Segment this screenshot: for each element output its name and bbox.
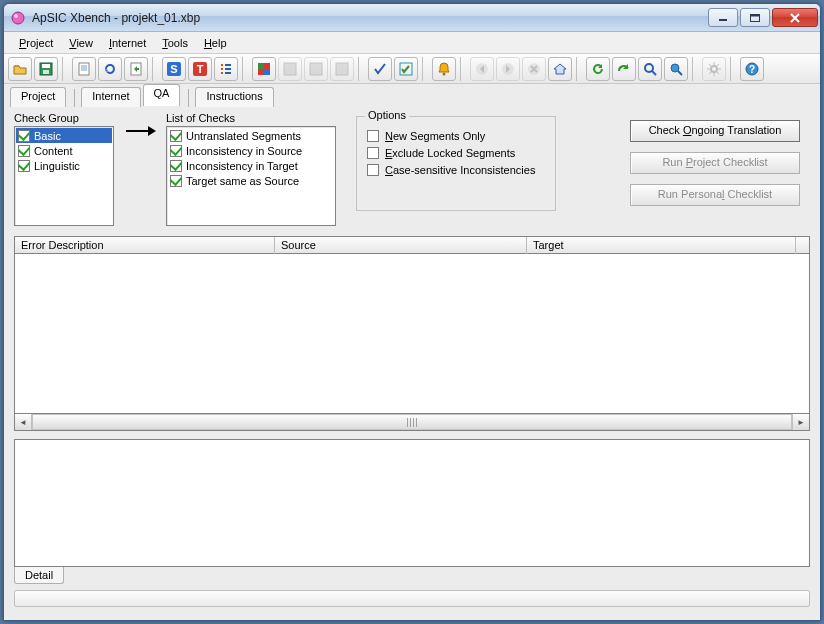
checkbox-icon[interactable] [18, 145, 30, 157]
svg-point-27 [711, 66, 717, 72]
detail-panel[interactable] [14, 439, 810, 567]
s-box-icon[interactable]: S [162, 57, 186, 81]
check-ongoing-button[interactable]: Check Ongoing Translation [630, 120, 800, 142]
svg-text:S: S [170, 63, 177, 75]
maximize-button[interactable] [740, 8, 770, 27]
column-source[interactable]: Source [275, 237, 527, 254]
horizontal-scrollbar[interactable]: ◄ ► [14, 414, 810, 431]
color-box-icon[interactable] [252, 57, 276, 81]
results-table: Error Description Source Target ◄ ► [14, 236, 810, 431]
svg-point-0 [12, 12, 24, 24]
minimize-button[interactable] [708, 8, 738, 27]
list-of-checks-list[interactable]: Untranslated Segments Inconsistency in S… [166, 126, 336, 226]
reload-green-icon[interactable] [586, 57, 610, 81]
doc-icon[interactable] [72, 57, 96, 81]
svg-rect-15 [258, 63, 264, 69]
gray-box-2-icon[interactable] [304, 57, 328, 81]
scroll-thumb[interactable] [32, 414, 792, 430]
check-group-list[interactable]: Basic Content Linguistic [14, 126, 114, 226]
checkbox-icon[interactable] [367, 164, 379, 176]
tab-internet[interactable]: Internet [81, 87, 140, 107]
tab-qa[interactable]: QA [143, 84, 181, 106]
tab-instructions[interactable]: Instructions [195, 87, 273, 107]
gray-box-3-icon[interactable] [330, 57, 354, 81]
table-header: Error Description Source Target [14, 236, 810, 254]
gray-box-1-icon[interactable] [278, 57, 302, 81]
check-icon[interactable] [368, 57, 392, 81]
doc-arrow-icon[interactable] [124, 57, 148, 81]
checkbox-icon[interactable] [170, 145, 182, 157]
svg-text:T: T [197, 63, 204, 75]
column-error-description[interactable]: Error Description [15, 237, 275, 254]
svg-rect-16 [264, 69, 270, 75]
arrow-icon [126, 130, 154, 132]
check-group-item-content[interactable]: Content [16, 143, 112, 158]
menu-project[interactable]: Project [12, 35, 60, 51]
t-box-icon[interactable]: T [188, 57, 212, 81]
checkbox-icon[interactable] [18, 130, 30, 142]
column-end [795, 237, 809, 254]
action-buttons: Check Ongoing Translation Run Project Ch… [630, 120, 800, 206]
check-item[interactable]: Inconsistency in Source [168, 143, 334, 158]
close-button[interactable] [772, 8, 818, 27]
titlebar: ApSIC Xbench - projekt_01.xbp [4, 4, 820, 32]
svg-rect-18 [310, 63, 322, 75]
run-personal-checklist-button[interactable]: Run Personal Checklist [630, 184, 800, 206]
svg-point-26 [671, 64, 679, 72]
check-item[interactable]: Untranslated Segments [168, 128, 334, 143]
svg-rect-6 [42, 64, 50, 68]
check-group-item-basic[interactable]: Basic [16, 128, 112, 143]
back-icon[interactable] [470, 57, 494, 81]
checkbox-icon[interactable] [367, 130, 379, 142]
tab-detail[interactable]: Detail [14, 567, 64, 584]
table-body[interactable] [14, 254, 810, 414]
checkbox-icon[interactable] [170, 175, 182, 187]
scroll-right-button[interactable]: ► [792, 414, 809, 430]
gear-icon[interactable] [702, 57, 726, 81]
refresh-icon[interactable] [98, 57, 122, 81]
scroll-left-button[interactable]: ◄ [15, 414, 32, 430]
checklist-icon[interactable] [394, 57, 418, 81]
checkbox-icon[interactable] [367, 147, 379, 159]
zoom-icon[interactable] [638, 57, 662, 81]
option-exclude-locked[interactable]: Exclude Locked Segments [367, 144, 545, 161]
menu-view[interactable]: View [62, 35, 100, 51]
zoom-world-icon[interactable] [664, 57, 688, 81]
svg-rect-2 [719, 19, 727, 21]
column-target[interactable]: Target [527, 237, 795, 254]
options-group: Options New Segments Only Exclude Locked… [356, 116, 556, 211]
option-case-sensitive[interactable]: Case-sensitive Inconsistencies [367, 161, 545, 178]
checkbox-icon[interactable] [170, 130, 182, 142]
list-of-checks-label: List of Checks [166, 112, 336, 124]
list-icon[interactable] [214, 57, 238, 81]
toolbar: S T ? [4, 54, 820, 84]
scroll-track[interactable] [32, 414, 792, 430]
svg-rect-4 [751, 14, 760, 16]
menubar: Project View Internet Tools Help [4, 32, 820, 54]
open-icon[interactable] [8, 57, 32, 81]
home-icon[interactable] [548, 57, 572, 81]
svg-rect-8 [79, 63, 89, 75]
check-item[interactable]: Inconsistency in Target [168, 158, 334, 173]
menu-internet[interactable]: Internet [102, 35, 153, 51]
check-group-column: Check Group Basic Content Linguistic [14, 112, 114, 226]
main-tabs: Project Internet QA Instructions [4, 84, 820, 106]
checkbox-icon[interactable] [170, 160, 182, 172]
svg-point-1 [14, 14, 18, 18]
check-item[interactable]: Target same as Source [168, 173, 334, 188]
menu-tools[interactable]: Tools [155, 35, 195, 51]
svg-point-21 [443, 72, 446, 75]
forward-icon[interactable] [496, 57, 520, 81]
cancel-icon[interactable] [522, 57, 546, 81]
run-project-checklist-button[interactable]: Run Project Checklist [630, 152, 800, 174]
redo-green-icon[interactable] [612, 57, 636, 81]
tab-project[interactable]: Project [10, 87, 66, 107]
menu-help[interactable]: Help [197, 35, 234, 51]
status-bar [14, 590, 810, 607]
save-icon[interactable] [34, 57, 58, 81]
checkbox-icon[interactable] [18, 160, 30, 172]
check-group-item-linguistic[interactable]: Linguistic [16, 158, 112, 173]
help-icon[interactable]: ? [740, 57, 764, 81]
bell-icon[interactable] [432, 57, 456, 81]
option-new-segments[interactable]: New Segments Only [367, 127, 545, 144]
